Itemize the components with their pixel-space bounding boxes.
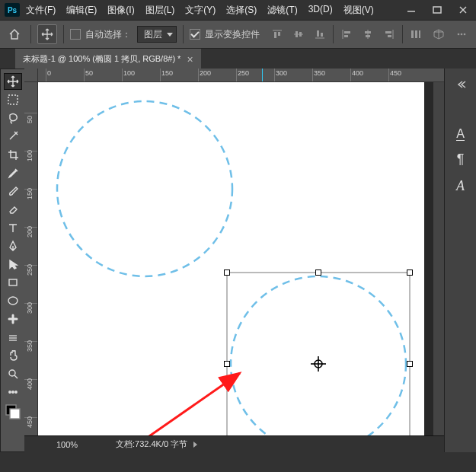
separator [333, 25, 334, 43]
align-bottom-icon[interactable] [310, 24, 330, 44]
transform-handle-e[interactable] [407, 361, 413, 367]
menu-bar: 文件(F) 编辑(E) 图像(I) 图层(L) 文字(Y) 选择(S) 滤镜(T… [24, 1, 375, 20]
healing-tool[interactable] [4, 311, 22, 327]
doc-info[interactable]: 文档:732.4K/0 字节 [116, 439, 187, 450]
svg-rect-15 [344, 35, 348, 37]
brush-tool[interactable] [4, 183, 22, 199]
pen-tool[interactable] [4, 238, 22, 254]
show-transform-label: 显示变换控件 [205, 28, 260, 41]
separator [30, 25, 31, 43]
marquee-tool[interactable] [4, 91, 22, 108]
align-hcenter-icon[interactable] [358, 24, 378, 44]
clone-stamp-tool[interactable] [4, 329, 22, 346]
move-tool[interactable] [4, 73, 22, 90]
options-bar: 自动选择： 图层 显示变换控件 [0, 20, 476, 49]
show-transform-checkbox[interactable]: 显示变换控件 [190, 28, 260, 41]
distribute-icon[interactable] [406, 24, 426, 44]
svg-rect-29 [9, 279, 17, 285]
align-vcenter-icon[interactable] [289, 24, 308, 44]
checkbox-icon [70, 29, 81, 40]
document-tab[interactable]: 未标题-1 @ 100% (椭圆 1 拷贝, RGB/8#) * × [15, 49, 201, 69]
window-controls [398, 0, 476, 20]
ruler-horizontal[interactable]: 050100150200250300350400450 [24, 69, 444, 82]
minimize-button[interactable] [398, 0, 424, 20]
align-tools [267, 24, 471, 44]
svg-point-38 [14, 391, 16, 393]
scrollbar-vertical[interactable] [433, 82, 444, 435]
3d-mode-icon[interactable] [429, 24, 449, 44]
transform-handle-nw[interactable] [224, 269, 230, 276]
ruler-vertical[interactable]: 50100150200250300350400450 [24, 82, 38, 435]
svg-rect-23 [415, 30, 417, 38]
svg-line-47 [122, 373, 240, 435]
ellipse-tool[interactable] [4, 292, 22, 309]
maximize-button[interactable] [424, 0, 450, 20]
status-menu-arrow-icon[interactable] [193, 442, 197, 448]
menu-file[interactable]: 文件(F) [24, 1, 57, 20]
separator [402, 25, 403, 43]
svg-rect-17 [365, 31, 371, 33]
chevron-down-icon [167, 33, 173, 37]
auto-select-checkbox[interactable]: 自动选择： [70, 28, 131, 41]
svg-rect-18 [366, 35, 370, 37]
menu-edit[interactable]: 编辑(E) [65, 1, 98, 20]
color-swatches[interactable] [4, 402, 22, 422]
menu-filter[interactable]: 滤镜(T) [266, 1, 299, 20]
menu-view[interactable]: 视图(V) [342, 1, 375, 20]
zoom-tool[interactable] [4, 365, 22, 382]
svg-rect-24 [419, 30, 420, 38]
eyedropper-tool[interactable] [4, 164, 22, 181]
align-left-icon[interactable] [337, 24, 356, 44]
canvas-zone: 050100150200250300350400450 501001502002… [24, 69, 444, 452]
app-icon: Ps [5, 3, 20, 17]
menu-type[interactable]: 文字(Y) [184, 1, 217, 20]
paragraph-panel-icon[interactable]: ¶ [457, 151, 465, 167]
canvas-stage[interactable] [38, 82, 433, 435]
transform-handle-ne[interactable] [407, 269, 413, 276]
ruler-origin[interactable] [24, 69, 38, 82]
rectangle-tool[interactable] [4, 274, 22, 291]
status-bar: 100% 文档:732.4K/0 字节 [24, 435, 444, 452]
svg-rect-6 [278, 32, 280, 36]
checkbox-icon [190, 29, 200, 40]
svg-rect-42 [227, 273, 410, 435]
close-tab-icon[interactable]: × [187, 53, 193, 65]
auto-select-mode[interactable]: 图层 [137, 26, 177, 43]
svg-rect-22 [411, 30, 414, 38]
ellipse-shape-1[interactable] [53, 97, 236, 280]
glyphs-panel-icon[interactable]: A [456, 178, 465, 194]
document-tab-title: 未标题-1 @ 100% (椭圆 1 拷贝, RGB/8#) * [23, 53, 180, 65]
magic-wand-tool[interactable] [4, 128, 22, 145]
home-button[interactable] [5, 24, 24, 44]
menu-layer[interactable]: 图层(L) [144, 1, 177, 20]
menu-select[interactable]: 选择(S) [225, 1, 258, 20]
ruler-position-indicator [262, 69, 263, 82]
move-tool-indicator[interactable] [37, 24, 57, 44]
menu-image[interactable]: 图像(I) [106, 1, 136, 20]
more-options-icon[interactable] [452, 24, 471, 44]
lasso-tool[interactable] [4, 110, 22, 126]
character-panel-icon[interactable]: A [456, 128, 465, 141]
svg-rect-12 [321, 33, 323, 37]
svg-point-30 [8, 297, 18, 305]
close-button[interactable] [450, 0, 476, 20]
svg-line-35 [14, 375, 18, 378]
path-selection-tool[interactable] [4, 256, 22, 273]
edit-toolbar-icon[interactable] [4, 384, 22, 400]
transform-handle-n[interactable] [315, 269, 321, 276]
canvas[interactable] [38, 82, 424, 435]
svg-rect-28 [8, 95, 18, 104]
document-tab-bar: 未标题-1 @ 100% (椭圆 1 拷贝, RGB/8#) * × [0, 49, 476, 69]
type-tool[interactable] [4, 219, 22, 236]
svg-point-41 [57, 101, 232, 276]
zoom-level[interactable]: 100% [24, 440, 116, 449]
expand-panel-icon[interactable] [455, 79, 466, 90]
hand-tool[interactable] [4, 347, 22, 364]
svg-point-36 [8, 391, 10, 393]
eraser-tool[interactable] [4, 201, 22, 218]
svg-point-34 [9, 370, 15, 376]
crop-tool[interactable] [4, 146, 22, 163]
align-right-icon[interactable] [379, 24, 399, 44]
align-top-icon[interactable] [267, 24, 287, 44]
menu-3d[interactable]: 3D(D) [307, 1, 334, 20]
